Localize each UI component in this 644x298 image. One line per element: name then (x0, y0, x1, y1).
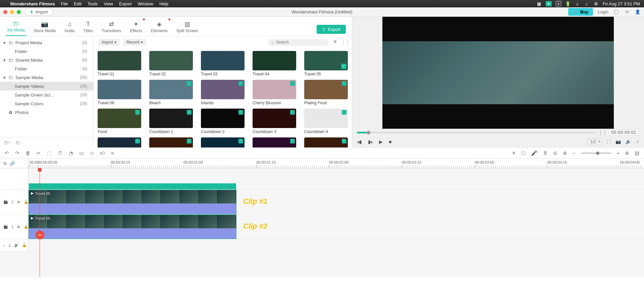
media-thumbnail[interactable]: Travel 01 (98, 51, 141, 76)
buy-button[interactable]: 🛒 Buy (568, 8, 593, 16)
volume-icon[interactable]: 🔊 (626, 139, 631, 144)
search-icon[interactable]: ⌕ (584, 1, 589, 6)
delete-button[interactable]: 🗑 (25, 150, 31, 156)
zoom-slider[interactable] (581, 153, 611, 154)
account-icon[interactable]: 👤 (635, 9, 641, 15)
track-lock-icon[interactable]: 🔓 (22, 243, 27, 247)
cut-button[interactable]: ✂ (37, 150, 41, 156)
export-button[interactable]: ⇪ Export (317, 25, 346, 34)
speed-button[interactable]: ⏱ (58, 150, 63, 156)
tree-shared-media[interactable]: ▾🗀Shared Media(0) (0, 56, 93, 64)
prev-frame-button[interactable]: ◂▮ (357, 139, 362, 144)
tree-sample-green[interactable]: Sample Green Scr...(10) (0, 91, 93, 99)
tree-folder[interactable]: Folder(0) (0, 64, 93, 73)
media-thumbnail[interactable] (253, 137, 296, 147)
add-marker-button[interactable]: ⊕ (563, 150, 567, 156)
marker-button[interactable]: ⬡ (521, 150, 526, 156)
maximize-button[interactable] (17, 10, 21, 14)
track-lock-icon[interactable]: 🔓 (24, 225, 29, 229)
mark-in-icon[interactable]: { (600, 130, 601, 135)
track-mute-icon[interactable]: 🔊 (14, 243, 19, 247)
scissors-playhead-icon[interactable]: ✂ (36, 231, 44, 239)
menu-view[interactable]: View (104, 1, 113, 6)
next-frame-button[interactable]: ▶ (379, 139, 383, 144)
preview-progress[interactable] (357, 132, 597, 133)
tab-titles[interactable]: TTitles (82, 19, 94, 36)
more-button[interactable]: ≡ (111, 150, 114, 156)
tree-sample-videos[interactable]: Sample Videos(20) (0, 82, 93, 91)
menu-help[interactable]: Help (159, 1, 168, 6)
display-settings-icon[interactable]: ⛶ (606, 139, 611, 144)
mute-button[interactable]: ⊖ (553, 150, 557, 156)
menu-tools[interactable]: Tools (88, 1, 98, 6)
media-thumbnail[interactable]: Cherry Blossom (253, 80, 296, 105)
zoom-out-button[interactable]: − (573, 150, 576, 156)
media-thumbnail[interactable]: Food (98, 109, 141, 134)
snapshot-icon[interactable]: 📷 (615, 139, 621, 144)
play-button[interactable]: ▮▸ (368, 139, 373, 144)
audio-track-1[interactable]: ♪ 1 🔊 🔓 (0, 239, 644, 251)
import-dropdown[interactable]: Import▾ (98, 39, 120, 46)
media-thumbnail[interactable]: Travel 02 (149, 51, 193, 76)
render-button[interactable]: ☀ (512, 150, 516, 156)
media-thumbnail[interactable]: Islands (201, 80, 245, 105)
keyframe-button[interactable]: ◇ (90, 150, 94, 156)
tab-stock-media[interactable]: 📷Stock Media (32, 19, 57, 36)
mail-icon[interactable]: ✉ (624, 9, 630, 15)
tab-effects[interactable]: ✦Effects (128, 19, 143, 36)
track-eye-icon[interactable]: 👁 (17, 225, 20, 229)
track-eye-icon[interactable]: 👁 (17, 200, 20, 204)
minimize-button[interactable] (10, 10, 14, 14)
media-thumbnail[interactable]: Countdown 1 (149, 109, 193, 134)
menu-export[interactable]: Export (119, 1, 132, 6)
preview-viewport[interactable] (382, 17, 614, 129)
tab-transitions[interactable]: ⇄Transitions (100, 19, 122, 36)
media-thumbnail[interactable]: Plating Food (304, 80, 348, 105)
menu-file[interactable]: File (61, 1, 68, 6)
filter-icon[interactable]: ⧩ (332, 40, 338, 45)
menu-window[interactable]: Window (138, 1, 153, 6)
tree-folder[interactable]: Folder(0) (0, 47, 93, 56)
video-track-1[interactable]: 🎬 1 👁 🔓 ▶Travel 05 Clip #2 (0, 215, 644, 239)
status-icon-1[interactable]: ▦ (536, 1, 542, 6)
media-thumbnail[interactable] (201, 137, 245, 147)
tab-audio[interactable]: ♫Audio (63, 19, 76, 36)
media-thumbnail[interactable]: Travel 06 (98, 80, 141, 105)
wifi-icon[interactable]: ⏚ (575, 1, 580, 6)
status-icon-2[interactable]: ✦ (546, 1, 552, 6)
media-thumbnail[interactable]: Beach (149, 80, 193, 105)
fullscreen-icon[interactable]: ⤢ (636, 139, 639, 144)
track-lock-icon[interactable]: 🔓 (24, 200, 29, 204)
video-track-2[interactable]: 🎬 2 👁 🔓 ▶Travel 05 Clip #1 (0, 190, 644, 215)
search-box[interactable]: ⌕ (268, 39, 328, 46)
timeline[interactable]: ✂ 🎬 2 👁 🔓 ▶Travel 05 Clip #1 🎬 1 👁 🔓 (0, 168, 644, 277)
login-link[interactable]: Login (598, 9, 608, 14)
close-button[interactable] (3, 10, 7, 14)
search-input[interactable] (276, 40, 325, 45)
timeline-clip-2[interactable]: ▶Travel 05 (29, 215, 236, 239)
status-icon-a[interactable]: A (556, 1, 561, 6)
media-thumbnail[interactable]: Travel 04 (253, 51, 296, 76)
media-thumbnail[interactable] (98, 137, 141, 147)
tree-photos[interactable]: ✿Photos (0, 108, 93, 117)
menu-edit[interactable]: Edit (74, 1, 81, 6)
battery-icon[interactable]: 🔋 (565, 1, 571, 6)
playhead[interactable] (40, 168, 40, 277)
media-thumbnail[interactable]: Travel 03 (201, 51, 245, 76)
track-height-button[interactable]: ▤ (635, 150, 639, 156)
timeline-clip-1[interactable]: ▶Travel 05 (29, 190, 236, 214)
media-thumbnail[interactable]: Countdown 4 (304, 109, 348, 134)
magnet-icon[interactable]: ⧉ (3, 161, 6, 166)
control-center-icon[interactable]: ⚙ (593, 1, 599, 6)
menubar-clock[interactable]: Fri Aug 27 3:51 PM (603, 1, 640, 6)
tag-button[interactable]: 🏷 (100, 150, 105, 156)
voice-button[interactable]: 🎤 (531, 150, 537, 156)
redo-button[interactable]: ↷ (15, 150, 19, 156)
record-dropdown[interactable]: Record▾ (123, 39, 146, 46)
tab-my-media[interactable]: 🗀My Media (6, 19, 26, 36)
preview-ratio-dropdown[interactable]: 1/2 (587, 138, 602, 145)
new-folder-icon[interactable]: 🗀⁺ (4, 140, 11, 145)
media-thumbnail[interactable]: Countdown 2 (201, 109, 245, 134)
crop-button[interactable]: ⬚ (47, 150, 52, 156)
stop-button[interactable]: ■ (389, 139, 391, 144)
